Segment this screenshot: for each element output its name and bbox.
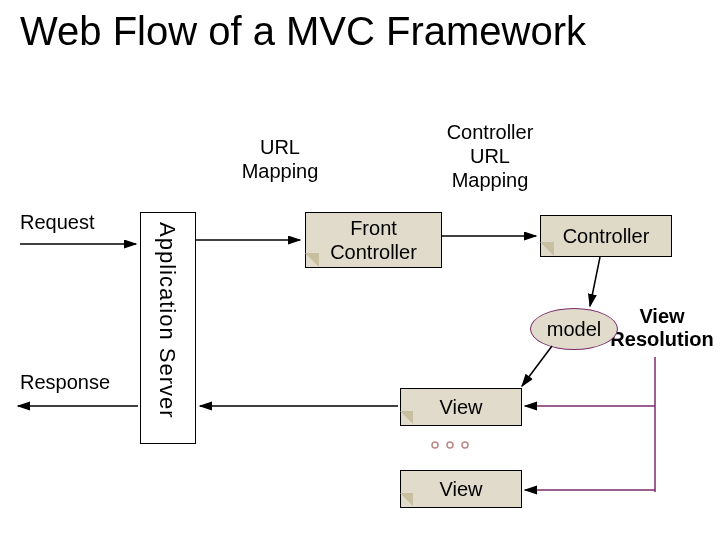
label-application-server: Application Server (154, 222, 180, 419)
svg-line-3 (590, 257, 600, 306)
label-url-mapping: URL Mapping (225, 135, 335, 183)
box-model: model (530, 308, 618, 350)
corner-fold-icon (305, 253, 319, 267)
box-view-2: View (400, 470, 522, 508)
label-request: Request (20, 210, 95, 234)
label-controller-url-mapping: Controller URL Mapping (430, 120, 550, 192)
box-front-controller: Front Controller (305, 212, 442, 268)
corner-fold-icon (400, 493, 413, 506)
box-view-1: View (400, 388, 522, 426)
svg-point-11 (447, 442, 453, 448)
corner-fold-icon (400, 411, 413, 424)
arrows (0, 0, 720, 540)
label-view-resolution: View Resolution (602, 305, 720, 351)
svg-point-12 (462, 442, 468, 448)
label-response: Response (20, 370, 110, 394)
svg-line-4 (522, 346, 552, 386)
box-controller: Controller (540, 215, 672, 257)
corner-fold-icon (540, 242, 554, 256)
page-title: Web Flow of a MVC Framework (20, 8, 586, 54)
svg-point-10 (432, 442, 438, 448)
